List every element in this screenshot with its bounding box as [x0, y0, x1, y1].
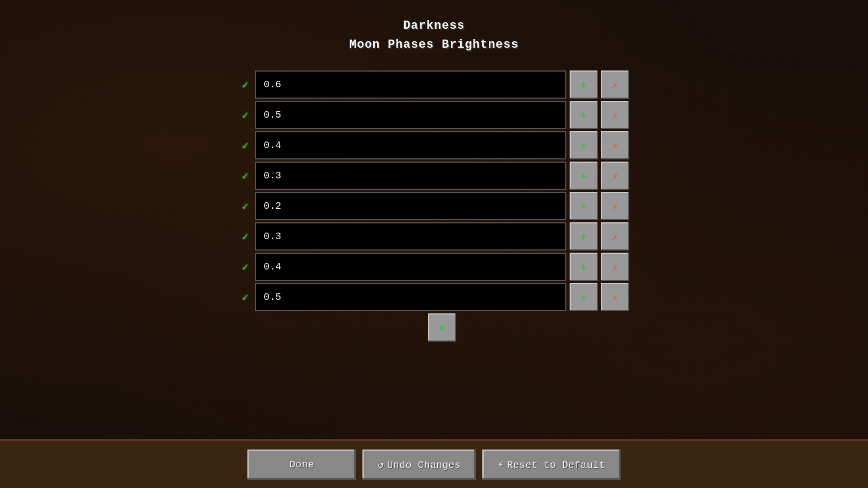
check-icon: ✓ [239, 139, 252, 152]
x-icon: ✗ [612, 110, 618, 121]
title-area: Darkness Moon Phases Brightness [349, 16, 519, 54]
add-only-plus-icon: + [439, 321, 445, 334]
reset-label: Reset to Default [507, 460, 605, 471]
value-input-2[interactable] [255, 131, 566, 159]
list-row: ✓+✗ [239, 222, 629, 251]
check-icon: ✓ [239, 108, 252, 122]
value-input-1[interactable] [255, 101, 566, 129]
plus-icon: + [580, 291, 587, 304]
list-row: ✓+✗ [239, 283, 629, 311]
values-list: ✓+✗✓+✗✓+✗✓+✗✓+✗✓+✗✓+✗✓+✗ [239, 70, 629, 311]
reset-icon: ⚡ [497, 460, 503, 471]
add-button-0[interactable]: + [570, 70, 598, 99]
add-button-5[interactable]: + [570, 222, 598, 251]
x-icon: ✗ [612, 140, 618, 151]
plus-icon: + [580, 108, 587, 121]
plus-icon: + [580, 169, 587, 182]
title-line2: Moon Phases Brightness [349, 35, 519, 54]
x-icon: ✗ [612, 201, 618, 212]
add-button-2[interactable]: + [570, 131, 598, 159]
add-row: + [412, 313, 456, 342]
undo-label: Undo Changes [387, 460, 461, 471]
remove-button-5[interactable]: ✗ [601, 222, 629, 251]
check-icon: ✓ [239, 200, 252, 213]
plus-icon: + [580, 200, 587, 213]
remove-button-2[interactable]: ✗ [601, 131, 629, 159]
add-button-1[interactable]: + [570, 101, 598, 129]
undo-button[interactable]: ↺Undo Changes [362, 450, 476, 480]
value-input-6[interactable] [255, 253, 566, 281]
add-button-4[interactable]: + [570, 192, 598, 220]
add-button-6[interactable]: + [570, 253, 598, 281]
remove-button-0[interactable]: ✗ [601, 70, 629, 99]
add-only-button[interactable]: + [428, 313, 456, 342]
list-row: ✓+✗ [239, 131, 629, 159]
remove-button-4[interactable]: ✗ [601, 192, 629, 220]
value-input-4[interactable] [255, 192, 566, 220]
remove-button-3[interactable]: ✗ [601, 162, 629, 190]
plus-icon: + [580, 260, 587, 273]
check-icon: ✓ [239, 169, 252, 183]
undo-icon: ↺ [378, 460, 384, 471]
done-button[interactable]: Done [247, 450, 356, 480]
remove-button-1[interactable]: ✗ [601, 101, 629, 129]
check-icon: ✓ [239, 260, 252, 274]
plus-icon: + [580, 78, 587, 91]
list-row: ✓+✗ [239, 192, 629, 220]
value-input-5[interactable] [255, 222, 566, 251]
list-row: ✓+✗ [239, 70, 629, 99]
list-row: ✓+✗ [239, 162, 629, 190]
done-label: Done [290, 459, 314, 470]
x-icon: ✗ [612, 261, 618, 273]
list-row: ✓+✗ [239, 101, 629, 129]
list-row: ✓+✗ [239, 253, 629, 281]
plus-icon: + [580, 139, 587, 152]
value-input-0[interactable] [255, 70, 566, 99]
x-icon: ✗ [612, 292, 618, 303]
add-button-7[interactable]: + [570, 283, 598, 311]
remove-button-7[interactable]: ✗ [601, 283, 629, 311]
title-line1: Darkness [349, 16, 519, 35]
check-icon: ✓ [239, 78, 252, 92]
x-icon: ✗ [612, 170, 618, 182]
reset-button[interactable]: ⚡Reset to Default [482, 450, 620, 480]
plus-icon: + [580, 230, 587, 243]
add-button-3[interactable]: + [570, 162, 598, 190]
remove-button-6[interactable]: ✗ [601, 253, 629, 281]
value-input-3[interactable] [255, 162, 566, 190]
value-input-7[interactable] [255, 283, 566, 311]
check-icon: ✓ [239, 230, 252, 243]
bottom-bar: Done ↺Undo Changes ⚡Reset to Default [0, 439, 868, 488]
check-icon: ✓ [239, 291, 252, 304]
x-icon: ✗ [612, 231, 618, 242]
x-icon: ✗ [612, 79, 618, 91]
